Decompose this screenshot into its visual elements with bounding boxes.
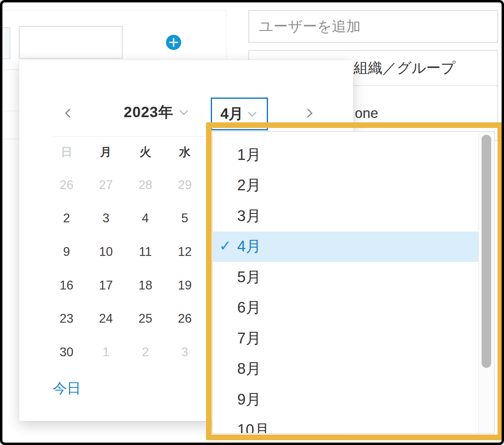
date-cell[interactable]: 5 [165, 202, 205, 235]
month-option[interactable]: ✓3月 [213, 201, 479, 231]
date-cell[interactable]: 2 [126, 335, 165, 369]
date-cell[interactable]: 17 [86, 269, 126, 302]
date-cell[interactable]: 26 [165, 302, 205, 336]
date-cell[interactable]: 4 [126, 202, 165, 235]
row-divider [2, 139, 19, 139]
app-window: 組織／グループ one 2023年 4月 日月火水木金土 26272829303… [0, 0, 504, 445]
dropdown-scrollbar[interactable] [478, 132, 494, 433]
date-cell[interactable]: 9 [47, 235, 86, 269]
month-option-label: 1月 [237, 145, 261, 165]
scrollbar-thumb[interactable] [482, 135, 491, 368]
date-cell[interactable]: 1 [86, 335, 126, 369]
month-option-label: 3月 [237, 206, 261, 226]
chevron-left-icon [65, 109, 74, 118]
month-option-label: 7月 [237, 328, 261, 349]
date-cell[interactable]: 18 [126, 269, 165, 302]
date-cell[interactable]: 3 [165, 335, 205, 369]
check-icon: ✓ [219, 237, 231, 254]
weekday-label: 月 [86, 144, 126, 161]
month-dropdown-menu: ✓1月✓2月✓3月✓4月✓5月✓6月✓7月✓8月✓9月✓10月 [212, 131, 495, 434]
date-cell[interactable]: 25 [126, 302, 165, 336]
next-month-button[interactable] [302, 106, 316, 120]
chevron-down-icon [180, 106, 188, 115]
month-option[interactable]: ✓9月 [213, 384, 479, 415]
month-option[interactable]: ✓7月 [213, 323, 479, 354]
today-link[interactable]: 今日 [53, 379, 81, 398]
month-option[interactable]: ✓5月 [213, 262, 479, 293]
chevron-right-icon [304, 109, 313, 118]
month-option-label: 9月 [237, 389, 261, 410]
month-option[interactable]: ✓2月 [213, 170, 479, 201]
month-label: 4月 [220, 104, 244, 124]
month-option-label: 8月 [237, 359, 261, 379]
year-label: 2023年 [124, 102, 173, 122]
chevron-down-icon [248, 108, 256, 116]
month-option[interactable]: ✓10月 [213, 415, 479, 434]
month-option[interactable]: ✓4月 [213, 231, 479, 262]
add-plus-button[interactable] [166, 35, 181, 50]
weekday-label: 火 [126, 144, 165, 161]
month-option[interactable]: ✓8月 [213, 354, 479, 385]
month-selector[interactable]: 4月 [211, 98, 268, 130]
month-option-label: 10月 [237, 420, 269, 434]
date-cell[interactable]: 26 [47, 168, 86, 202]
previous-month-button[interactable] [61, 106, 76, 120]
date-cell[interactable]: 29 [165, 168, 205, 202]
year-selector[interactable]: 2023年 [109, 103, 201, 122]
date-cell[interactable]: 10 [86, 235, 126, 269]
date-cell[interactable]: 12 [165, 235, 205, 269]
date-cell[interactable]: 16 [47, 269, 86, 302]
weekday-label: 水 [165, 144, 205, 161]
date-cell[interactable]: 3 [86, 202, 126, 235]
month-option[interactable]: ✓6月 [213, 293, 479, 323]
add-user-input[interactable] [248, 10, 498, 43]
month-option-label: 2月 [237, 175, 261, 196]
month-option-list: ✓1月✓2月✓3月✓4月✓5月✓6月✓7月✓8月✓9月✓10月 [213, 132, 479, 434]
date-cell[interactable]: 30 [47, 335, 86, 369]
date-cell[interactable]: 27 [86, 168, 126, 202]
month-option-label: 4月 [237, 236, 261, 257]
date-cell[interactable]: 24 [86, 302, 126, 336]
date-input-field[interactable] [19, 26, 123, 59]
date-cell[interactable]: 2 [47, 202, 86, 235]
month-option-label: 6月 [237, 297, 261, 318]
left-edge-input[interactable] [2, 27, 10, 59]
weekday-label: 日 [47, 144, 86, 161]
month-option[interactable]: ✓1月 [213, 140, 479, 170]
date-cell[interactable]: 11 [126, 235, 165, 269]
month-option-label: 5月 [237, 267, 261, 287]
date-cell[interactable]: 19 [165, 269, 205, 302]
date-cell[interactable]: 28 [126, 168, 165, 202]
date-cell[interactable]: 23 [47, 302, 86, 336]
row-divider [2, 111, 19, 111]
